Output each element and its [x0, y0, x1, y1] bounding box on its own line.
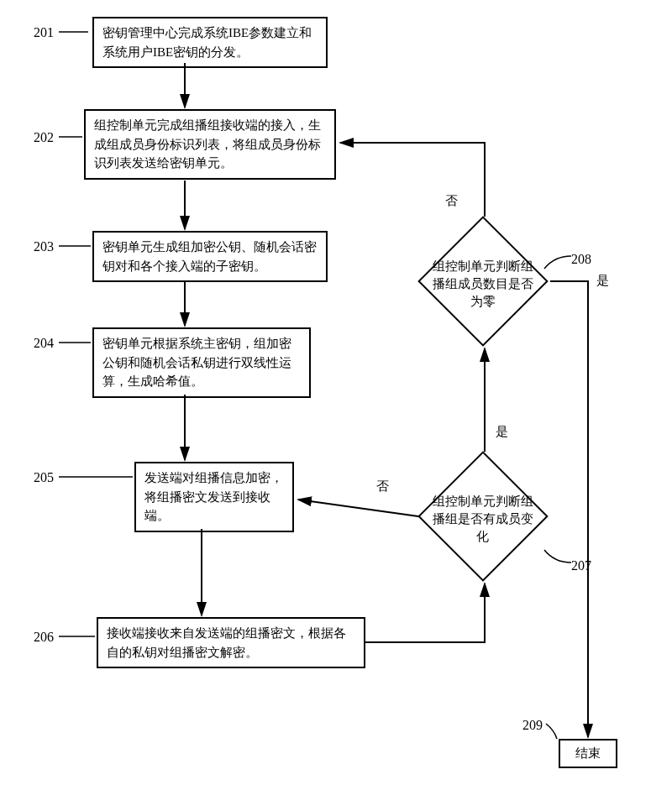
step-206: 接收端接收来自发送端的组播密文，根据各自的私钥对组播密文解密。 [97, 617, 365, 668]
step-203: 密钥单元生成组加密公钥、随机会话密钥对和各个接入端的子密钥。 [92, 231, 328, 282]
step-203-text: 密钥单元生成组加密公钥、随机会话密钥对和各个接入端的子密钥。 [102, 240, 317, 273]
step-205-text: 发送端对组播信息加密，将组播密文发送到接收端。 [144, 471, 283, 522]
terminal-209-text: 结束 [575, 746, 601, 760]
label-201: 201 [34, 25, 54, 40]
step-204-text: 密钥单元根据系统主密钥，组加密公钥和随机会话私钥进行双线性运算，生成哈希值。 [102, 337, 291, 388]
terminal-209: 结束 [559, 739, 617, 768]
decision-207: 组控制单元判断组播组是否有成员变化 [417, 451, 549, 582]
decision-208-text: 组控制单元判断组播组成员数目是否为零 [428, 258, 538, 311]
svg-line-5 [298, 500, 418, 516]
step-201-text: 密钥管理中心完成系统IBE参数建立和系统用户IBE密钥的分发。 [102, 26, 312, 59]
step-201: 密钥管理中心完成系统IBE参数建立和系统用户IBE密钥的分发。 [92, 17, 328, 68]
step-205: 发送端对组播信息加密，将组播密文发送到接收端。 [134, 462, 294, 532]
step-202: 组控制单元完成组播组接收端的接入，生成组成员身份标识列表，将组成员身份标识列表发… [84, 109, 336, 180]
decision-208: 组控制单元判断组播组成员数目是否为零 [417, 216, 549, 347]
label-206: 206 [34, 630, 54, 645]
decision-207-text: 组控制单元判断组播组是否有成员变化 [428, 493, 538, 546]
label-209: 209 [522, 718, 543, 733]
edge-207-no: 否 [376, 479, 389, 495]
label-203: 203 [34, 239, 54, 254]
label-205: 205 [34, 470, 54, 485]
step-204: 密钥单元根据系统主密钥，组加密公钥和随机会话私钥进行双线性运算，生成哈希值。 [92, 327, 311, 398]
label-204: 204 [34, 336, 54, 351]
edge-208-no: 否 [445, 193, 458, 209]
edge-207-yes: 是 [496, 424, 508, 440]
step-202-text: 组控制单元完成组播组接收端的接入，生成组成员身份标识列表，将组成员身份标识列表发… [94, 118, 321, 170]
step-206-text: 接收端接收来自发送端的组播密文，根据各自的私钥对组播密文解密。 [107, 626, 346, 659]
edge-208-yes: 是 [596, 273, 609, 289]
label-202: 202 [34, 130, 54, 145]
label-207: 207 [571, 558, 591, 573]
label-208: 208 [571, 252, 591, 267]
